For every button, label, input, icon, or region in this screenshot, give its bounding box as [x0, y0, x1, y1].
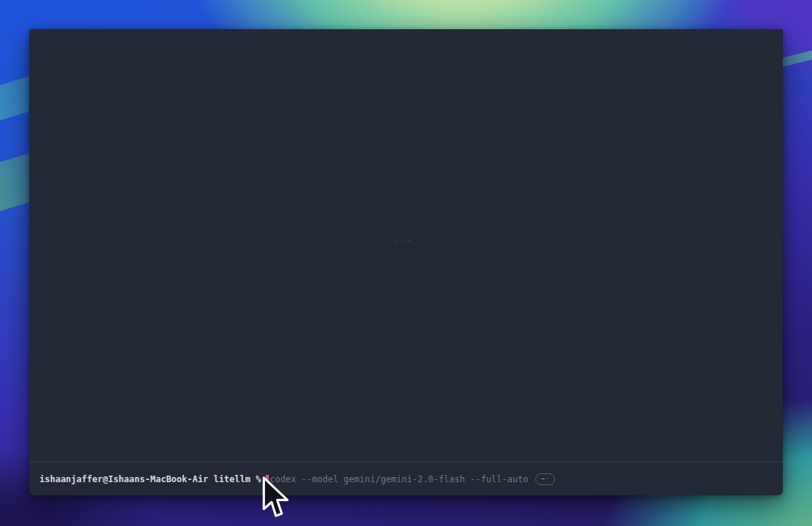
shell-prompt: ishaanjaffer@Ishaans-MacBook-Air litellm… [39, 473, 261, 485]
screen: ... ishaanjaffer@Ishaans-MacBook-Air lit… [0, 0, 812, 526]
terminal-prompt-row[interactable]: ishaanjaffer@Ishaans-MacBook-Air litellm… [39, 473, 775, 485]
loading-ellipsis: ... [394, 234, 413, 243]
terminal-window[interactable]: ... ishaanjaffer@Ishaans-MacBook-Air lit… [29, 29, 783, 495]
autosuggestion-text: codex --model gemini/gemini-2.0-flash --… [269, 473, 528, 485]
text-cursor [266, 475, 269, 484]
terminal-output-area[interactable]: ... [29, 29, 783, 462]
terminal-ghost-noise [29, 29, 783, 462]
accept-suggestion-hint-badge: →· [535, 473, 555, 485]
terminal-divider [29, 462, 783, 462]
